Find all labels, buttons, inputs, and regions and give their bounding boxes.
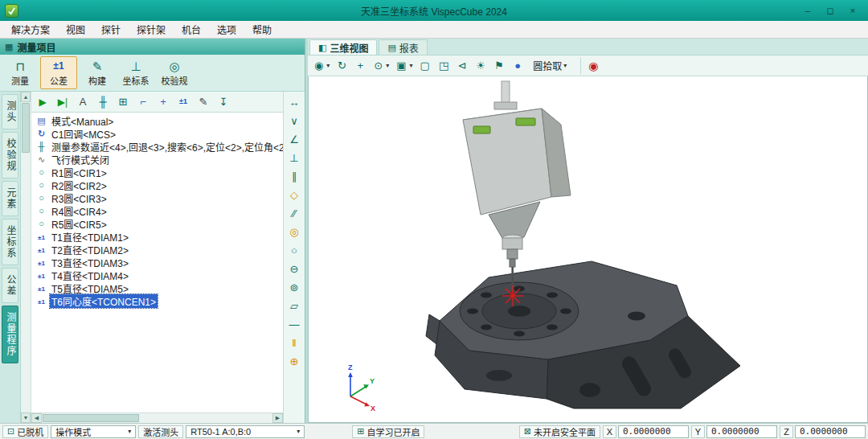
ribbon-measure[interactable]: ⊓ 测量 — [2, 56, 39, 89]
tree-item[interactable]: T5直径<TDIAM5> — [33, 281, 283, 294]
ribbon-construct[interactable]: ✎ 构建 — [79, 56, 116, 89]
menu-probe[interactable]: 探针 — [93, 21, 129, 38]
tree-item[interactable]: R2圆<CIR2> — [33, 178, 283, 191]
construct-element-button[interactable]: ✎ — [194, 93, 213, 111]
3d-viewport[interactable]: Z Y X — [308, 76, 868, 423]
distance-button[interactable]: ↔ — [285, 94, 304, 111]
add-tolerance-icon: ±1 — [179, 98, 187, 105]
symmetry-button[interactable]: ‖ — [285, 334, 304, 351]
minimize-button[interactable]: – — [797, 3, 818, 18]
step-run-button[interactable]: ▶| — [53, 93, 72, 111]
tab-3d-view[interactable]: ◧ 三维视图 — [309, 39, 377, 55]
3d-scene[interactable]: Z Y X — [309, 76, 867, 422]
inclination-button[interactable]: ∕∕ — [285, 205, 304, 222]
tree-horizontal-scrollbar[interactable]: ◀ ▶ — [31, 412, 283, 423]
tree-item[interactable]: C1回调<MCS> — [33, 127, 283, 140]
circle-pick-dropdown[interactable]: 圆拾取 ▾ — [528, 57, 570, 75]
tree-item[interactable]: R3圆<CIR3> — [33, 191, 283, 204]
display-style-button[interactable]: ▣ ▾ — [393, 57, 416, 75]
scrollbar-track[interactable] — [21, 154, 31, 412]
move-point-button[interactable]: + — [154, 93, 173, 111]
close-button[interactable]: × — [842, 3, 863, 18]
tab-program[interactable]: 测量程序 — [2, 306, 18, 363]
scrollbar-thumb[interactable] — [22, 103, 30, 153]
highlight-button[interactable]: ● ▾ — [510, 57, 527, 75]
cylindricity-button[interactable]: ⊚ — [285, 279, 304, 296]
pan-view-button[interactable]: + ▾ — [352, 57, 370, 75]
circularity-button[interactable]: ○ — [285, 242, 304, 259]
tab-element[interactable]: 元素 — [2, 181, 18, 216]
scrollbar-track[interactable] — [140, 413, 272, 423]
main-area: ▦ 测量项目 ⊓ 测量 ±1 公差 ✎ — [0, 39, 868, 423]
tree-item-label: C1回调<MCS> — [50, 127, 117, 141]
scroll-left-button[interactable]: ◀ — [31, 413, 42, 423]
tab-report[interactable]: ▤ 报表 — [379, 39, 427, 55]
runout-button[interactable]: ⊖ — [285, 261, 304, 277]
zoom-window-button[interactable]: ▢ ▾ — [417, 57, 435, 75]
view-orientation-button[interactable]: ◉ ▾ — [311, 57, 333, 75]
true-position-button[interactable]: ⊕ — [285, 353, 304, 370]
label-display-button[interactable]: ⊲ ▾ — [454, 57, 472, 75]
tab-probe[interactable]: 测头 — [2, 94, 18, 129]
tree-item[interactable]: R5圆<CIR5> — [33, 217, 283, 230]
maximize-button[interactable]: ◻ — [820, 3, 841, 18]
zoom-fit-button[interactable]: ◳ ▾ — [436, 57, 453, 75]
tree-item[interactable]: T2直径<TDIAM2> — [33, 243, 283, 256]
scroll-up-button[interactable]: ▲ — [21, 92, 31, 102]
menu-view[interactable]: 视图 — [58, 21, 93, 38]
scroll-right-button[interactable]: ▶ — [272, 413, 283, 423]
tree-item[interactable]: T4直径<TDIAM4> — [33, 269, 283, 281]
view-plane-button[interactable]: ⊙ ▾ — [371, 57, 392, 75]
tab-tolerance[interactable]: 公差 — [2, 268, 18, 303]
tree-item[interactable]: R1圆<CIR1> — [33, 166, 283, 178]
tree-item[interactable]: T6同心度<TCONCEN1> — [33, 294, 283, 307]
tab-coordinate-system[interactable]: 坐标系 — [2, 219, 18, 265]
ribbon-coordinate-system[interactable]: ⊥ 坐标系 — [117, 56, 154, 89]
included-angle-button[interactable]: ∨ — [285, 113, 304, 129]
tree-item-label: 飞行模式关闭 — [50, 153, 111, 166]
light-button[interactable]: ☀ ▾ — [473, 57, 490, 75]
tree-item[interactable]: T1直径<TDIAM1> — [33, 230, 283, 243]
menu-machine[interactable]: 机台 — [174, 21, 209, 38]
menu-help[interactable]: 帮助 — [244, 21, 280, 38]
tab-gauge[interactable]: 校验规 — [2, 132, 18, 178]
tree-item[interactable]: 测量参数逼近<4>,回退<3>,搜索<6>,定位<2>,定位角<2>,测... — [33, 140, 283, 153]
tree-item[interactable]: R4圆<CIR4> — [33, 204, 283, 217]
measure-element-button[interactable]: ⊞ — [113, 93, 133, 111]
self-learning-icon: ⊞ — [357, 426, 364, 437]
stop-icon: ◉ — [588, 60, 598, 72]
scroll-down-button[interactable]: ▼ — [21, 412, 31, 423]
menu-solution[interactable]: 解决方案 — [3, 21, 58, 38]
ribbon-label: 测量 — [11, 74, 29, 87]
run-button[interactable]: ▶ — [33, 93, 52, 111]
perpendicularity-button[interactable]: ⊥ — [285, 150, 304, 166]
concentricity-button[interactable]: ◎ — [285, 224, 304, 240]
parallelism-button[interactable]: ∥ — [285, 168, 304, 185]
menu-probe-rack[interactable]: 探针架 — [129, 21, 174, 38]
tree-item[interactable]: 模式<Manual> — [33, 114, 283, 127]
viewer-toolbar: ◉ ▾ ↻ ▾ + ▾ — [308, 55, 868, 76]
emergency-stop-button[interactable]: ◉ ▾ — [580, 57, 603, 75]
menu-options[interactable]: 选项 — [209, 21, 244, 38]
angle-button[interactable]: ∠ — [285, 131, 304, 148]
add-tolerance-button[interactable]: ±1 — [174, 93, 193, 111]
tree-vertical-scrollbar[interactable]: ▲ ▼ — [21, 92, 31, 423]
operation-mode-select[interactable]: 操作模式 ▾ — [51, 425, 136, 438]
straightness-button[interactable]: — — [285, 316, 304, 333]
position-button[interactable]: ◇ — [285, 187, 304, 203]
flag-button[interactable]: ⚑ ▾ — [491, 57, 509, 75]
active-probe-select[interactable]: RT50-1 A:0,B:0 ▾ — [186, 425, 305, 438]
ribbon-gauge[interactable]: ◎ 校验规 — [156, 56, 193, 89]
ribbon-tolerance[interactable]: ±1 公差 — [40, 56, 77, 89]
tree-item[interactable]: T3直径<TDIAM3> — [33, 256, 283, 269]
rotate-view-button[interactable]: ↻ ▾ — [334, 57, 351, 75]
x-axis-label: X — [371, 404, 375, 412]
zoom-fit-icon: ◳ — [439, 60, 448, 71]
parameters-button[interactable]: ╫ — [93, 93, 113, 111]
tree-item[interactable]: 飞行模式关闭 — [33, 153, 283, 166]
clearance-move-button[interactable]: ⌐ — [133, 93, 153, 111]
change-probe-button[interactable]: ↧ — [214, 93, 233, 111]
comment-button[interactable]: A — [73, 93, 92, 111]
flatness-button[interactable]: ▱ — [285, 297, 304, 314]
scrollbar-thumb[interactable] — [43, 414, 139, 422]
